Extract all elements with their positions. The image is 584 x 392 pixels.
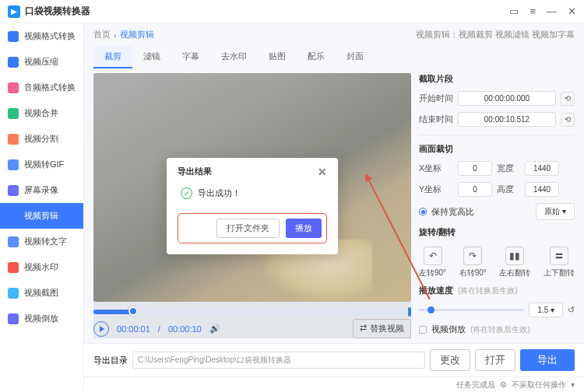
sidebar-item-4[interactable]: 视频分割 <box>0 126 83 152</box>
sidebar-icon <box>8 57 19 68</box>
rotate-左转90°[interactable]: ↶左转90° <box>419 247 446 278</box>
sidebar-item-3[interactable]: 视频合并 <box>0 100 83 126</box>
open-folder-button[interactable]: 打开文件夹 <box>216 219 280 238</box>
sidebar-icon <box>8 313 19 324</box>
sidebar-item-label: 屏幕录像 <box>24 184 58 196</box>
app-title: 口袋视频转换器 <box>25 5 509 18</box>
modal-title: 导出结果 <box>178 166 212 177</box>
sidebar-item-label: 视频分割 <box>24 133 58 145</box>
sidebar-icon <box>8 108 19 119</box>
output-dir-label: 导出目录 <box>93 355 128 366</box>
menu-icon[interactable]: ≡ <box>529 5 536 17</box>
sidebar-icon <box>8 185 19 196</box>
keep-ratio-radio[interactable] <box>419 208 427 215</box>
end-time-input[interactable]: 00:00:10.512 <box>458 112 556 127</box>
statusbar: 任务完成后 ⚙ 不采取任何操作 ▾ <box>84 376 584 392</box>
sidebar-item-6[interactable]: 屏幕录像 <box>0 177 83 203</box>
tab-字幕[interactable]: 字幕 <box>171 46 210 68</box>
sidebar-icon <box>8 262 19 273</box>
width-input[interactable]: 1440 <box>525 161 559 176</box>
breadcrumb: 首页 › 视频剪辑 视频剪辑：视频裁剪 视频滤镜 视频加字幕 <box>84 23 584 46</box>
speed-reset-icon[interactable]: ↺ <box>568 305 575 315</box>
minimize-button[interactable]: — <box>547 5 557 17</box>
sidebar-item-label: 视频水印 <box>24 261 58 273</box>
tab-配乐[interactable]: 配乐 <box>297 46 336 68</box>
rotate-icon: ▮▮ <box>505 247 524 265</box>
reverse-checkbox[interactable] <box>419 326 427 334</box>
play-button[interactable]: 播放 <box>286 219 322 238</box>
sidebar-item-label: 视频倒放 <box>24 313 58 324</box>
output-dir-input[interactable]: C:\Users\FengPing\Desktop\口袋视频转换器 <box>132 352 425 369</box>
sidebar-item-label: 视频转GIF <box>24 159 64 170</box>
success-icon: ✓ <box>181 187 192 199</box>
app-logo-icon: ▶ <box>8 5 20 18</box>
sidebar: 视频格式转换视频压缩音频格式转换视频合并视频分割视频转GIF屏幕录像视频剪辑视频… <box>0 23 84 392</box>
sidebar-item-11[interactable]: 视频倒放 <box>0 306 83 331</box>
x-input[interactable]: 0 <box>458 161 492 176</box>
modal-close-button[interactable]: ✕ <box>318 166 327 178</box>
tab-去水印[interactable]: 去水印 <box>210 46 258 68</box>
height-input[interactable]: 1440 <box>525 182 559 197</box>
sidebar-item-label: 视频转文字 <box>24 236 67 247</box>
close-button[interactable]: ✕ <box>568 5 576 17</box>
tabs: 裁剪滤镜字幕去水印贴图配乐封面 <box>84 46 584 73</box>
sidebar-icon <box>8 288 19 299</box>
footer: 导出目录 C:\Users\FengPing\Desktop\口袋视频转换器 更… <box>84 343 584 376</box>
rotate-右转90°[interactable]: ↷右转90° <box>459 247 487 278</box>
gear-icon[interactable]: ⚙ <box>500 380 507 389</box>
sidebar-item-label: 视频格式转换 <box>24 30 76 42</box>
sidebar-item-2[interactable]: 音频格式转换 <box>0 75 83 100</box>
timeline-knob[interactable] <box>128 306 138 316</box>
sidebar-item-label: 视频压缩 <box>24 56 58 68</box>
sidebar-icon <box>8 211 19 222</box>
sidebar-item-0[interactable]: 视频格式转换 <box>0 23 83 49</box>
breadcrumb-home[interactable]: 首页 <box>93 29 111 40</box>
sidebar-item-label: 音频格式转换 <box>24 82 76 93</box>
sidebar-item-7[interactable]: 视频剪辑 <box>0 203 83 229</box>
ratio-select[interactable]: 原始 ▾ <box>536 203 575 220</box>
rotate-icon: 〓 <box>550 247 568 265</box>
titlebar: ▶ 口袋视频转换器 ▭ ≡ — ✕ <box>0 0 584 23</box>
start-time-set-icon[interactable]: ⟲ <box>561 92 575 106</box>
speed-slider[interactable] <box>419 309 524 311</box>
sidebar-icon <box>8 31 19 42</box>
end-time-set-icon[interactable]: ⟲ <box>561 113 575 127</box>
y-input[interactable]: 0 <box>458 182 492 197</box>
export-result-modal: 导出结果 ✕ ✓ 导出成功！ 打开文件夹 播放 <box>167 158 338 254</box>
modal-footer: 打开文件夹 播放 <box>178 213 327 243</box>
sidebar-icon <box>8 236 19 247</box>
modal-overlay: 导出结果 ✕ ✓ 导出成功！ 打开文件夹 播放 <box>93 73 411 338</box>
success-text: 导出成功！ <box>198 187 241 199</box>
sidebar-item-5[interactable]: 视频转GIF <box>0 152 83 177</box>
rotate-icon: ↷ <box>463 247 482 265</box>
sidebar-item-label: 视频合并 <box>24 107 58 119</box>
sidebar-icon <box>8 159 19 170</box>
rotate-icon: ↶ <box>424 247 442 265</box>
timeline[interactable] <box>93 310 411 314</box>
open-dir-button[interactable]: 打开 <box>475 349 515 371</box>
rotate-左右翻转[interactable]: ▮▮左右翻转 <box>499 247 530 278</box>
rotate-section-title: 旋转/翻转 <box>419 226 575 238</box>
tab-贴图[interactable]: 贴图 <box>258 46 297 68</box>
sidebar-item-9[interactable]: 视频水印 <box>0 254 83 280</box>
sidebar-item-8[interactable]: 视频转文字 <box>0 229 83 254</box>
tab-封面[interactable]: 封面 <box>336 46 375 68</box>
breadcrumb-hint: 视频剪辑：视频裁剪 视频滤镜 视频加字幕 <box>416 29 575 40</box>
speed-select[interactable]: 1.5 ▾ <box>529 303 563 317</box>
side-panel: 截取片段 开始时间 00:00:00.000 ⟲ 结束时间 00:00:10.5… <box>419 73 575 338</box>
clip-section-title: 截取片段 <box>419 73 575 85</box>
crop-section-title: 画面裁切 <box>419 143 575 155</box>
tab-滤镜[interactable]: 滤镜 <box>132 46 171 68</box>
breadcrumb-current: 视频剪辑 <box>120 29 154 40</box>
start-time-input[interactable]: 00:00:00.000 <box>458 91 556 106</box>
sidebar-item-1[interactable]: 视频压缩 <box>0 49 83 75</box>
preview-pane: 导出结果 ✕ ✓ 导出成功！ 打开文件夹 播放 <box>93 73 411 338</box>
export-button[interactable]: 导出 <box>520 349 575 371</box>
sidebar-item-label: 视频剪辑 <box>24 210 58 222</box>
rotate-上下翻转[interactable]: 〓上下翻转 <box>544 247 575 278</box>
sidebar-icon <box>8 134 19 145</box>
sidebar-item-10[interactable]: 视频截图 <box>0 280 83 306</box>
tab-裁剪[interactable]: 裁剪 <box>93 46 132 68</box>
folder-icon[interactable]: ▭ <box>509 5 519 17</box>
change-dir-button[interactable]: 更改 <box>430 349 470 371</box>
